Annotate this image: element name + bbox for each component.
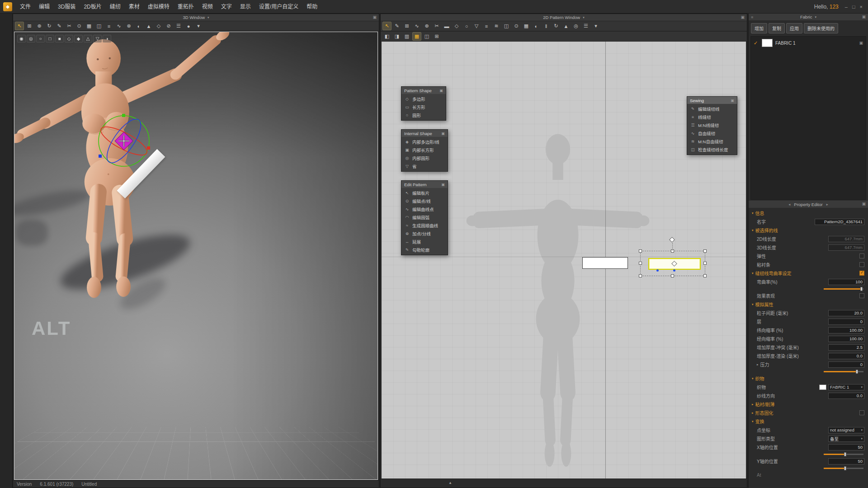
panel-titlebar[interactable]: Pattern Shape▣ [401, 87, 446, 94]
circle-tool-icon[interactable]: ○ [462, 22, 471, 30]
light-icon[interactable]: ◑ [103, 35, 111, 42]
tool-item[interactable]: ≈生成圆顺曲线 [401, 221, 448, 230]
chevron-down-icon[interactable]: ▾ [208, 16, 209, 19]
tool-item[interactable]: ◠编辑圆弧 [401, 213, 448, 221]
property-checkbox[interactable] [859, 253, 864, 258]
layers-icon[interactable]: ≡ [104, 22, 113, 30]
avatar-show-icon[interactable]: ◉ [17, 35, 26, 42]
mn-sew-icon[interactable]: ◫ [502, 22, 511, 30]
box-select-icon[interactable]: ⊞ [402, 22, 411, 30]
menu-item[interactable]: 2D板片 [80, 0, 105, 14]
fabric-panel-header[interactable]: ≡ Fabric ▾ ▣ [749, 14, 868, 20]
menu-item[interactable]: 设置/用户自定义 [255, 0, 302, 14]
symmetry-icon[interactable]: ◎ [571, 22, 580, 30]
fabric-action-button[interactable]: 删除未使用的 [804, 23, 838, 33]
tool-item[interactable]: ☰M:N线缝纫 [687, 121, 737, 129]
pen-icon[interactable]: ✎ [55, 22, 64, 30]
property-value[interactable]: 2.5 [828, 344, 864, 351]
menu-item[interactable]: 虚拟模特 [144, 0, 174, 14]
texture-view-icon[interactable]: ◧ [382, 32, 392, 41]
panel-titlebar[interactable]: Edit Pattern▣ [401, 181, 448, 188]
property-value[interactable]: 0.0 [828, 393, 864, 399]
menu-item[interactable]: 编辑 [35, 0, 54, 14]
pin-icon[interactable]: ▣ [441, 183, 445, 187]
property-section-header[interactable]: ▾模拟属性 [749, 300, 868, 309]
window-menu-icon[interactable]: ▣ [741, 15, 745, 19]
menu-item[interactable]: 素材 [125, 0, 144, 14]
3d-viewport[interactable]: ◉◎○□■◇◆△▽◑ ALT [14, 32, 378, 480]
menu-icon[interactable]: ☰ [581, 22, 590, 30]
property-section-header[interactable]: ▾变换 [749, 417, 868, 426]
fabric-action-button[interactable]: 复制 [769, 23, 785, 33]
property-section-header[interactable]: ▾织物 [749, 374, 868, 383]
point-icon[interactable]: ● [184, 22, 193, 30]
poly-tool-icon[interactable]: ◇ [452, 22, 461, 30]
minimize-icon[interactable]: – [845, 4, 848, 9]
seam-icon[interactable]: ≡ [482, 22, 491, 30]
cloth-solid-icon[interactable]: ■ [55, 35, 64, 42]
cursor-select-icon[interactable]: ↖ [15, 22, 24, 30]
panel-prev-icon[interactable]: ◂ [788, 202, 790, 206]
fabric-edit-icon[interactable]: ▣ [859, 41, 863, 45]
transform-gizmo[interactable] [88, 105, 160, 177]
pin-icon[interactable]: ▣ [441, 131, 445, 136]
menu-item[interactable]: 3D服装 [54, 0, 80, 14]
panel-toggle-icon[interactable] [719, 480, 726, 487]
list-icon[interactable]: ☰ [174, 22, 183, 30]
avatar-xray-icon[interactable]: ○ [36, 35, 45, 42]
target-icon[interactable]: ⊗ [124, 22, 133, 30]
menu-item[interactable]: 显示 [236, 0, 255, 14]
tool-item[interactable]: ≋M:N自由缝纫 [687, 137, 737, 145]
property-checkbox[interactable] [859, 293, 864, 298]
menu-item[interactable]: 文字 [217, 0, 236, 14]
mirror-icon[interactable]: ◫ [94, 22, 104, 30]
move-gizmo-icon[interactable]: ⊕ [35, 22, 44, 30]
property-value[interactable]: 0 [828, 361, 864, 368]
menu-icon[interactable]: ≡ [751, 15, 753, 19]
selection-handle[interactable] [671, 274, 674, 277]
panel-pin-icon[interactable]: ▣ [862, 202, 866, 206]
property-section-header[interactable]: ▸形态固化 [749, 408, 868, 417]
property-section-header[interactable]: ▾缝纫线弯曲率设定 [749, 269, 868, 277]
add-point-icon[interactable]: ⊕ [422, 22, 431, 30]
panel-titlebar[interactable]: Internal Shape▣ [401, 130, 448, 137]
arrangement-icon[interactable]: ▽ [93, 35, 102, 42]
rotate-icon[interactable]: ↻ [552, 22, 561, 30]
rotate-handle[interactable] [669, 237, 675, 243]
section-checkbox[interactable] [859, 410, 864, 415]
property-section-header[interactable]: ▾被选择的线 [749, 226, 868, 235]
shading-icon[interactable]: ◐ [134, 22, 143, 30]
gizmo-handle-blue[interactable] [99, 155, 102, 158]
cut-icon[interactable]: ✂ [432, 22, 441, 30]
tool-item[interactable]: ✎编辑缝纫线 [687, 105, 737, 113]
property-checkbox[interactable] [859, 262, 864, 267]
settings-grid-icon[interactable] [737, 480, 744, 487]
property-slider[interactable] [749, 286, 868, 291]
panel-next-icon[interactable]: ▸ [826, 202, 828, 206]
snap-grid-icon[interactable] [701, 480, 708, 487]
property-slider[interactable] [749, 369, 868, 374]
menu-item[interactable]: 帮助 [302, 0, 321, 14]
selection-handle[interactable] [639, 274, 642, 277]
property-select[interactable]: FABRIC 1▾ [828, 384, 864, 390]
property-value[interactable]: 0 [828, 319, 864, 325]
property-section-header[interactable]: ▸粘衬/削薄 [749, 400, 868, 408]
property-value[interactable]: 0.0 [828, 353, 864, 359]
gizmo-handle-red[interactable] [147, 146, 150, 150]
property-select[interactable]: not assigned▾ [828, 427, 864, 433]
property-value[interactable]: 50 [828, 458, 864, 465]
fabric-list[interactable]: ✓ FABRIC 1 ▣ [750, 36, 866, 200]
tool-item[interactable]: ▽省 [401, 162, 448, 170]
FABRIC 1[interactable]: ✓ FABRIC 1 ▣ [751, 37, 866, 49]
more-icon[interactable]: ▾ [194, 22, 203, 30]
grainline-icon[interactable]: ‖ [542, 22, 551, 30]
panel-titlebar[interactable]: Sewing▣ [687, 97, 737, 104]
property-select[interactable]: 备至▾ [828, 436, 864, 442]
dart-icon[interactable]: ▽ [472, 22, 481, 30]
transform-pattern-icon[interactable]: ↖ [382, 22, 392, 30]
tool-item[interactable]: ◫检查缝纫线长度 [687, 145, 737, 154]
menu-item[interactable]: 缝纫 [106, 0, 125, 14]
tool-item[interactable]: ⊙编辑点/线 [401, 197, 448, 205]
avatar-mesh-icon[interactable]: ◎ [27, 35, 35, 42]
property-value[interactable]: 20.0 [828, 310, 864, 316]
